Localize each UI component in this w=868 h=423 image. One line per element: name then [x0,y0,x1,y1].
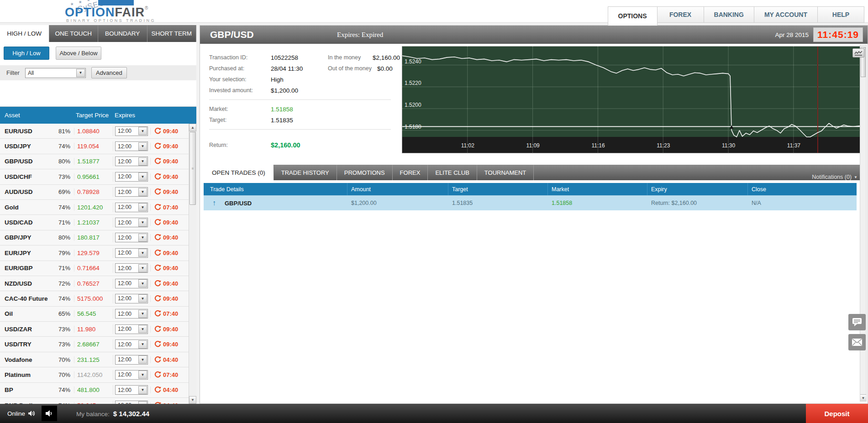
chevron-down-icon[interactable]: ▼ [138,249,147,257]
asset-row[interactable]: Platinum70%1142.05012:00▼07:40 [0,367,189,382]
expiry-select[interactable]: 12:00▼ [115,339,148,349]
asset-row[interactable]: EUR/USD81%1.0884012:00▼09:40 [0,124,189,139]
asset-row[interactable]: GBP/USD80%1.5187712:00▼09:40 [0,154,189,169]
chevron-down-icon[interactable]: ▼ [138,371,147,379]
mode-tab-high-low[interactable]: High / Low [4,47,49,60]
expiry-select[interactable]: 12:00▼ [115,385,148,395]
countdown-value: 09:40 [163,265,178,272]
bottom-tab-forex[interactable]: FOREX [393,165,428,180]
expiry-select[interactable]: 12:00▼ [115,263,148,273]
expiry-select[interactable]: 12:00▼ [115,324,148,334]
scrollbar-thumb[interactable]: ≡ [189,132,196,205]
expiry-select[interactable]: 12:00▼ [115,355,148,365]
expiry-select[interactable]: 12:00▼ [115,370,148,380]
countdown-clock-icon [154,158,161,165]
asset-row[interactable]: USD/CAD71%1.2103712:00▼09:40 [0,215,189,230]
mute-toggle[interactable] [42,406,57,421]
instrument-tab-one-touch[interactable]: ONE TOUCH [49,25,99,42]
chevron-down-icon[interactable]: ▼ [76,69,85,77]
chevron-down-icon[interactable]: ▼ [138,325,147,333]
asset-row[interactable]: EUR/GBP71%0.7166412:00▼09:40 [0,261,189,276]
chart-type-button[interactable] [852,48,864,57]
asset-row[interactable]: EUR/JPY79%129.57912:00▼09:40 [0,245,189,261]
chevron-down-icon[interactable]: ▼ [138,157,147,166]
bottom-tab-trade-history[interactable]: TRADE HISTORY [274,165,337,180]
expiry-select[interactable]: 12:00▼ [115,248,148,258]
asset-row[interactable]: BNP Paribas74%58.64512:00▼04:40 [0,398,189,404]
instrument-tab-short-term[interactable]: SHORT TERM [147,25,197,42]
bottom-tab-elite-club[interactable]: ELITE CLUB [428,165,477,180]
asset-row[interactable]: USD/TRY73%2.6866712:00▼09:40 [0,337,189,352]
chevron-down-icon[interactable]: ▼ [138,386,147,394]
deposit-button[interactable]: Deposit [806,404,868,423]
countdown-value: 09:40 [163,158,178,165]
expiry-select[interactable]: 12:00▼ [115,126,148,136]
chevron-down-icon[interactable]: ▼ [138,203,147,211]
scroll-down-icon[interactable]: ▼ [189,396,196,404]
chevron-down-icon[interactable]: ▼ [138,142,147,151]
bottom-tab-promotions[interactable]: PROMOTIONS [337,165,393,180]
expiry-select[interactable]: 12:00▼ [115,233,148,242]
notifications-menu[interactable]: Notifications (0)▼ [812,174,864,180]
asset-countdown-cell: 09:40 [150,295,189,302]
top-tab-my-account[interactable]: MY ACCOUNT [754,6,818,23]
expiry-select-value: 12:00 [116,235,138,241]
asset-row[interactable]: Oil65%56.54512:00▼07:40 [0,307,189,322]
asset-row[interactable]: BP74%481.80012:00▼04:40 [0,383,189,398]
asset-row[interactable]: USD/ZAR73%11.98012:00▼09:40 [0,322,189,337]
top-tab-options[interactable]: OPTIONS [608,6,658,26]
expiry-select[interactable]: 12:00▼ [115,187,148,197]
asset-payout: 69% [50,188,74,195]
chevron-down-icon[interactable]: ▼ [138,294,147,303]
asset-row[interactable]: USD/CHF73%0.9566112:00▼09:40 [0,169,189,184]
asset-row[interactable]: USD/JPY74%119.05412:00▼09:40 [0,139,189,154]
chevron-down-icon[interactable]: ▼ [138,219,147,227]
advanced-button[interactable]: Advanced [91,67,127,78]
expiry-select[interactable]: 12:00▼ [115,218,148,227]
instrument-tab-boundary[interactable]: BOUNDARY [98,25,147,42]
chevron-down-icon[interactable]: ▼ [138,172,147,181]
chevron-down-icon[interactable]: ▼ [138,234,147,242]
expiry-select[interactable]: 12:00▼ [115,309,148,319]
asset-row[interactable]: NZD/USD72%0.7652712:00▼09:40 [0,276,189,291]
top-tab-banking[interactable]: BANKING [704,6,754,23]
asset-row[interactable]: Vodafone70%231.12512:00▼04:40 [0,352,189,367]
bottom-tab-open-trades-0-[interactable]: OPEN TRADES (0) [204,165,274,180]
money-field-label: In the money [328,54,373,61]
scroll-down-icon[interactable]: ▼ [860,394,866,401]
chevron-down-icon[interactable]: ▼ [138,340,147,349]
chat-button[interactable] [848,314,866,330]
mode-tab-above-below[interactable]: Above / Below [56,47,101,60]
chevron-down-icon[interactable]: ▼ [138,127,147,135]
chevron-down-icon[interactable]: ▼ [138,310,147,318]
scroll-up-icon[interactable]: ▲ [189,124,196,131]
expiry-select[interactable]: 12:00▼ [115,172,148,182]
expiry-select[interactable]: 12:00▼ [115,157,148,166]
countdown-value: 09:40 [163,219,178,226]
asset-row[interactable]: CAC-40 Future74%5175.00012:00▼09:40 [0,291,189,306]
expiry-select[interactable]: 12:00▼ [115,401,148,404]
countdown-clock-icon [154,280,161,287]
expiry-select[interactable]: 12:00▼ [115,203,148,212]
chevron-down-icon[interactable]: ▼ [138,355,147,364]
bottom-tab-tournament[interactable]: TOURNAMENT [477,165,534,180]
asset-countdown-cell: 09:40 [150,173,189,180]
open-trade-row[interactable]: ↑GBP/USD$1,200.001.518351.51858Return: $… [204,195,857,210]
top-tab-help[interactable]: HELP [818,6,864,23]
instrument-tab-high-low[interactable]: HIGH / LOW [0,25,49,42]
email-button[interactable] [848,334,866,350]
asset-row[interactable]: AUD/USD69%0.7892812:00▼09:40 [0,185,189,200]
expiry-select[interactable]: 12:00▼ [115,279,148,288]
chevron-down-icon[interactable]: ▼ [138,188,147,196]
top-tab-forex[interactable]: FOREX [658,6,704,23]
expiry-select[interactable]: 12:00▼ [115,294,148,303]
asset-row[interactable]: Gold74%1201.42012:00▼07:40 [0,200,189,215]
registered-mark: ® [145,5,148,10]
countdown-value: 09:40 [163,295,178,302]
chevron-down-icon[interactable]: ▼ [138,264,147,272]
asset-table-scrollbar[interactable]: ▲ ≡ ▼ [189,124,196,404]
filter-select[interactable]: All ▼ [25,68,86,78]
chevron-down-icon[interactable]: ▼ [138,279,147,287]
expiry-select[interactable]: 12:00▼ [115,141,148,151]
asset-row[interactable]: GBP/JPY80%180.81712:00▼09:40 [0,230,189,245]
